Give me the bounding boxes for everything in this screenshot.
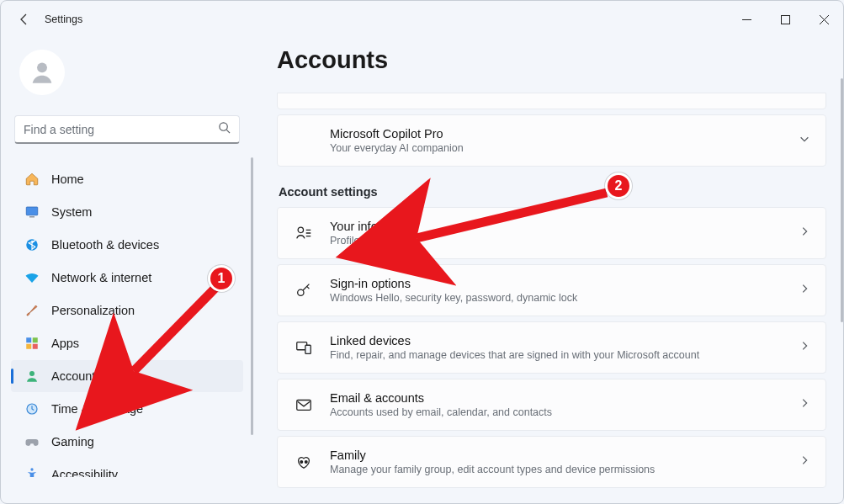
sidebar-item-home[interactable]: Home [11, 163, 243, 195]
svg-point-13 [298, 227, 303, 232]
card-subtitle: Your everyday AI companion [330, 142, 464, 154]
accounts-icon [24, 369, 40, 384]
copilot-icon [293, 130, 315, 151]
card-sign-in-options[interactable]: Sign-in options Windows Hello, security … [277, 264, 826, 316]
sidebar-item-label: Personalization [51, 304, 135, 317]
svg-point-12 [30, 468, 33, 470]
card-copilot-pro[interactable]: Microsoft Copilot Pro Your everyday AI c… [277, 114, 826, 167]
sidebar-item-label: Time & language [51, 402, 143, 416]
svg-rect-7 [33, 337, 38, 342]
card-linked-devices[interactable]: Linked devices Find, repair, and manage … [277, 321, 826, 374]
search-input[interactable] [24, 123, 218, 136]
card-title: Microsoft Copilot Pro [330, 127, 464, 141]
paintbrush-icon [24, 303, 40, 318]
search-icon [218, 121, 231, 137]
chevron-right-icon [799, 283, 810, 298]
sidebar-item-label: Accessibility [51, 468, 118, 477]
arrow-left-icon [18, 13, 31, 26]
sidebar-item-label: Bluetooth & devices [51, 238, 159, 252]
mail-icon [293, 394, 315, 416]
sidebar-item-system[interactable]: System [11, 196, 243, 228]
chevron-down-icon [799, 133, 810, 148]
svg-point-19 [305, 461, 307, 464]
person-icon [28, 58, 56, 87]
close-button[interactable] [804, 1, 843, 38]
svg-point-14 [298, 289, 304, 295]
svg-rect-9 [33, 344, 38, 349]
card-subtitle: Find, repair, and manage devices that ar… [330, 349, 699, 361]
section-heading-account-settings: Account settings [279, 185, 826, 199]
gamepad-icon [24, 434, 40, 449]
svg-rect-17 [297, 401, 311, 411]
card-title: Family [330, 448, 655, 462]
card-title: Sign-in options [330, 277, 577, 290]
card-title: Linked devices [330, 334, 699, 347]
sidebar-item-personalization[interactable]: Personalization [11, 294, 243, 326]
search-box[interactable] [14, 115, 240, 144]
minimize-button[interactable] [727, 1, 766, 38]
apps-icon [24, 336, 40, 351]
card-subtitle: Windows Hello, security key, password, d… [330, 292, 577, 304]
key-icon [293, 279, 315, 301]
chevron-right-icon [799, 225, 810, 241]
main-content: Accounts Microsoft Copilot Pro Your ever… [253, 38, 843, 504]
sidebar-item-bluetooth[interactable]: Bluetooth & devices [11, 229, 243, 261]
svg-rect-8 [26, 344, 31, 349]
bluetooth-icon [24, 237, 40, 252]
sidebar-item-gaming[interactable]: Gaming [11, 426, 243, 458]
svg-rect-4 [29, 216, 35, 217]
nav-list: Home System Bluetooth & devices Network … [1, 157, 253, 477]
svg-point-2 [220, 123, 227, 130]
sidebar-item-label: Gaming [51, 435, 94, 448]
card-email-accounts[interactable]: Email & accounts Accounts used by email,… [277, 379, 826, 431]
accessibility-icon [24, 467, 40, 477]
family-icon [293, 451, 315, 473]
card-your-info[interactable]: Your info Profile photo [277, 207, 826, 259]
back-button[interactable] [13, 8, 36, 31]
svg-rect-3 [26, 207, 38, 215]
clock-globe-icon [24, 401, 40, 416]
svg-rect-6 [26, 337, 31, 342]
home-icon [24, 172, 40, 187]
sidebar-item-label: Home [51, 172, 84, 186]
maximize-button[interactable] [766, 1, 804, 38]
card-collapsed-top[interactable] [277, 93, 826, 109]
chevron-right-icon [799, 454, 810, 470]
svg-rect-16 [305, 345, 311, 353]
profile-section[interactable] [1, 45, 253, 109]
svg-point-18 [300, 461, 303, 464]
sidebar-item-accessibility[interactable]: Accessibility [11, 459, 243, 477]
sidebar: Home System Bluetooth & devices Network … [1, 38, 253, 504]
sidebar-item-label: Network & internet [51, 271, 151, 284]
person-card-icon [293, 222, 315, 244]
svg-point-1 [37, 62, 47, 72]
sidebar-item-time-language[interactable]: Time & language [11, 393, 243, 425]
close-icon [820, 15, 829, 24]
window-controls [727, 1, 843, 38]
sidebar-item-label: Accounts [51, 369, 102, 383]
page-title: Accounts [277, 46, 826, 74]
system-icon [24, 204, 40, 220]
card-title: Your info [330, 220, 389, 233]
card-subtitle: Profile photo [330, 235, 389, 247]
sidebar-item-apps[interactable]: Apps [11, 327, 243, 359]
sidebar-item-label: System [51, 205, 92, 219]
card-family[interactable]: Family Manage your family group, edit ac… [277, 436, 826, 488]
window-title: Settings [45, 13, 82, 25]
card-subtitle: Accounts used by email, calendar, and co… [330, 406, 552, 418]
maximize-icon [781, 15, 790, 24]
chevron-right-icon [799, 397, 810, 412]
devices-icon [293, 337, 315, 358]
minimize-icon [742, 15, 751, 24]
card-subtitle: Manage your family group, edit account t… [330, 464, 655, 475]
sidebar-item-network[interactable]: Network & internet [11, 262, 243, 294]
main-scrollbar[interactable] [841, 78, 843, 322]
titlebar: Settings [1, 1, 843, 38]
svg-point-10 [29, 371, 35, 376]
sidebar-item-accounts[interactable]: Accounts [11, 360, 243, 392]
wifi-icon [24, 270, 40, 285]
chevron-right-icon [799, 340, 810, 355]
card-title: Email & accounts [330, 391, 552, 405]
avatar [19, 50, 65, 95]
sidebar-item-label: Apps [51, 337, 79, 350]
